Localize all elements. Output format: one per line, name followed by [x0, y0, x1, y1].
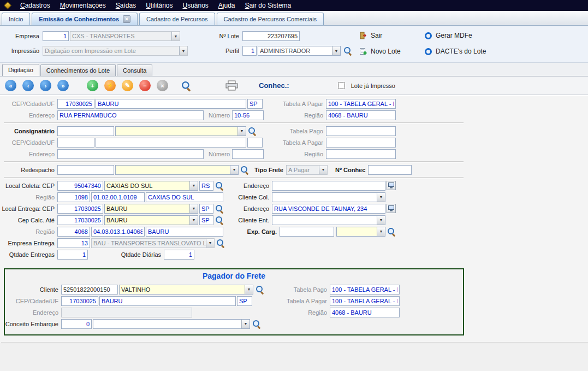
entrega-cidade-combo[interactable]: BAURU ▼: [104, 204, 198, 214]
redespacho-codigo-input[interactable]: [57, 165, 114, 175]
consignatario-cidade-input[interactable]: [96, 138, 246, 148]
tab-inicio[interactable]: Início: [2, 13, 30, 25]
cliente-col-combo[interactable]: ▼: [272, 192, 385, 202]
search-icon[interactable]: [181, 80, 191, 90]
chevron-down-icon[interactable]: ▼: [377, 193, 385, 202]
redespacho-search-icon[interactable]: [240, 166, 249, 174]
perfil-search-icon[interactable]: [343, 46, 352, 55]
menu-cadastros[interactable]: Cadastros: [15, 1, 55, 10]
subtab-conhecimentos-do-lote[interactable]: Conhecimentos do Lote: [40, 64, 116, 76]
tab-cadastro-de-percursos-comerciais[interactable]: Cadastro de Percursos Comerciais: [217, 13, 324, 25]
edit-pencil-icon[interactable]: ✎: [122, 80, 133, 91]
nav-last-icon[interactable]: »: [57, 80, 69, 91]
dacte-lote-button[interactable]: DACTE's do Lote: [425, 48, 486, 55]
chevron-down-icon[interactable]: ▼: [230, 166, 238, 174]
coleta-endereco-input[interactable]: [272, 181, 385, 191]
empresa-entrega-codigo-input[interactable]: [57, 238, 90, 248]
conceito-embarque-combo[interactable]: ▼: [93, 319, 250, 329]
pagador-uf-input[interactable]: [237, 296, 252, 306]
coleta-regiao-chave-input[interactable]: [91, 192, 145, 202]
coleta-endereco-lookup-button[interactable]: [387, 181, 396, 190]
tab-close-icon[interactable]: ✕: [123, 15, 130, 23]
remetente-cidade-input[interactable]: [96, 99, 246, 109]
chevron-down-icon[interactable]: ▼: [332, 46, 340, 55]
tipo-frete-combo[interactable]: A Pagar ▼: [286, 165, 328, 175]
pagador-tabela-pago-input[interactable]: [330, 285, 400, 295]
chevron-down-icon[interactable]: ▼: [245, 285, 253, 294]
remetente-cep-input[interactable]: [57, 99, 94, 109]
consignatario-cep-input[interactable]: [57, 138, 94, 148]
entrega-regiao-codigo-input[interactable]: [57, 227, 90, 237]
coleta-search-icon[interactable]: [215, 181, 224, 190]
menu-utilitarios[interactable]: Utilitários: [141, 1, 177, 10]
remetente-regiao-input[interactable]: [326, 110, 396, 120]
qtdade-diarias-input[interactable]: [164, 250, 194, 260]
qtdade-entregas-input[interactable]: [57, 250, 88, 260]
empresa-entrega-combo[interactable]: BAU - TRANSPORTES TRANSLOVATO LTDA ▼: [91, 238, 215, 248]
pagador-regiao-input[interactable]: [330, 308, 400, 317]
pagador-cep-input[interactable]: [61, 296, 98, 306]
chevron-down-icon[interactable]: ▼: [319, 166, 327, 174]
remetente-uf-input[interactable]: [247, 99, 263, 109]
chevron-down-icon[interactable]: ▼: [237, 127, 246, 136]
conceito-embarque-input[interactable]: [61, 319, 92, 329]
remetente-endereco-input[interactable]: [57, 110, 204, 120]
coleta-regiao-codigo-input[interactable]: [57, 192, 90, 202]
entrega-regiao-nome-input[interactable]: [146, 227, 223, 237]
entrega-regiao-chave-input[interactable]: [91, 227, 145, 237]
pagador-endereco-input[interactable]: [61, 308, 192, 317]
consignatario-tabela-a-pagar-input[interactable]: [326, 138, 396, 148]
menu-saidas[interactable]: Saídas: [111, 1, 141, 10]
menu-sair-do-sistema[interactable]: Sair do Sistema: [240, 1, 296, 10]
conceito-embarque-search-icon[interactable]: [252, 320, 261, 328]
consignatario-combo[interactable]: ▼: [115, 126, 246, 136]
coleta-cidade-combo[interactable]: CAXIAS DO SUL ▼: [104, 181, 198, 191]
entrega-uf-input[interactable]: [199, 204, 213, 214]
empresa-combo[interactable]: CXS - TRANSPORTES ▼: [70, 31, 180, 41]
chevron-down-icon[interactable]: ▼: [241, 320, 250, 328]
consignatario-codigo-input[interactable]: [57, 126, 114, 136]
tab-cadastro-de-percursos[interactable]: Cadastro de Percursos: [139, 13, 215, 25]
delete-record-icon[interactable]: −: [139, 80, 151, 91]
pagador-cliente-combo[interactable]: VALTINHO ▼: [119, 285, 253, 295]
novo-lote-button[interactable]: Novo Lote: [359, 48, 401, 55]
exp-carg-input[interactable]: [280, 227, 334, 237]
entrega-endereco-lookup-button[interactable]: [387, 204, 396, 213]
cep-calc-input[interactable]: [57, 215, 103, 225]
nav-first-icon[interactable]: «: [5, 80, 16, 91]
entrega-cep-input[interactable]: [57, 204, 103, 214]
gerar-mdfe-button[interactable]: Gerar MDFe: [425, 32, 472, 39]
pagador-tabela-a-pagar-input[interactable]: [330, 296, 400, 306]
pagador-cidade-input[interactable]: [99, 296, 236, 306]
consignatario-uf-input[interactable]: [247, 138, 263, 148]
menu-usuarios[interactable]: Usuários: [177, 1, 213, 10]
sair-button[interactable]: Sair: [359, 32, 382, 39]
consignatario-numero-input[interactable]: [232, 149, 264, 159]
empresa-code-input[interactable]: [43, 31, 69, 41]
add-record-icon[interactable]: +: [87, 80, 98, 91]
cep-calc-search-icon[interactable]: [215, 216, 224, 225]
chevron-down-icon[interactable]: ▼: [179, 46, 187, 55]
impressao-combo[interactable]: Digitação com Impressão em Lote ▼: [43, 46, 188, 56]
pagador-cliente-search-icon[interactable]: [256, 285, 264, 294]
chevron-down-icon[interactable]: ▼: [189, 216, 198, 225]
consignatario-search-icon[interactable]: [248, 127, 257, 136]
cliente-ent-combo[interactable]: ▼: [272, 215, 385, 225]
coleta-cep-input[interactable]: [57, 181, 103, 191]
perfil-code-input[interactable]: [242, 46, 257, 56]
pagador-cliente-codigo-input[interactable]: [61, 285, 118, 295]
chevron-down-icon[interactable]: ▼: [377, 216, 385, 225]
consignatario-tabela-pago-input[interactable]: [326, 126, 396, 136]
coleta-regiao-nome-input[interactable]: [146, 192, 223, 202]
post-lightning-icon[interactable]: ⚡: [104, 80, 116, 91]
tab-emissao-de-conhecimentos[interactable]: Emissão de Conhecimentos ✕: [32, 13, 138, 25]
subtab-consulta[interactable]: Consulta: [117, 64, 152, 76]
exp-carg-search-icon[interactable]: [387, 227, 396, 236]
coleta-uf-input[interactable]: [199, 181, 213, 191]
redespacho-combo[interactable]: ▼: [115, 165, 239, 175]
chevron-down-icon[interactable]: ▼: [189, 204, 198, 213]
chevron-down-icon[interactable]: ▼: [171, 32, 180, 40]
subtab-digitacao[interactable]: Digitação: [2, 64, 39, 76]
entrega-search-icon[interactable]: [215, 204, 224, 213]
exp-carg-combo[interactable]: ▼: [336, 227, 385, 237]
